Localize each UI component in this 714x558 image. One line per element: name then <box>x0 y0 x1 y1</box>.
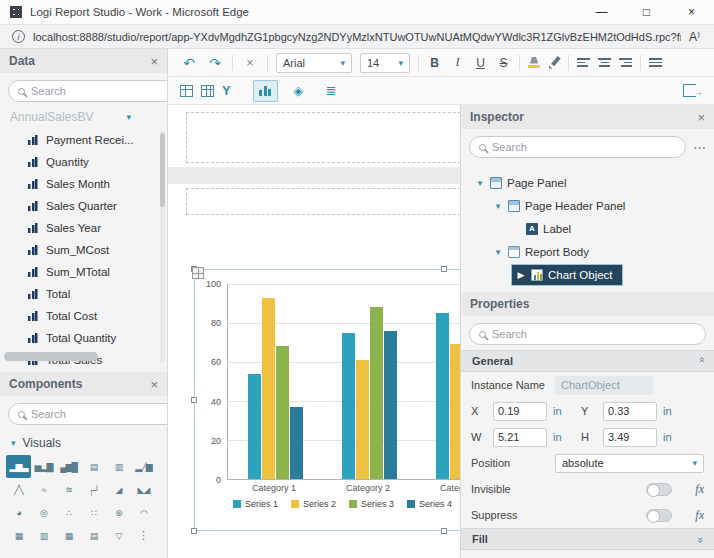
tree-node-page-header-panel[interactable]: ▾Page Header Panel <box>461 194 714 217</box>
chevron-down-icon[interactable]: ▾ <box>493 247 503 257</box>
label-band[interactable] <box>186 188 460 215</box>
visual-funnel-chart[interactable]: ▽ <box>106 524 131 547</box>
data-search-field[interactable] <box>8 80 167 102</box>
visual-stacked-area-chart[interactable]: ◣◢ <box>131 478 156 501</box>
data-field-item[interactable]: Sales Quarter <box>0 195 167 217</box>
w-input[interactable] <box>493 428 547 447</box>
maximize-button[interactable]: □ <box>624 0 669 24</box>
h-input[interactable] <box>603 428 657 447</box>
invisible-toggle[interactable] <box>646 483 672 496</box>
list-view-button[interactable]: ≣ <box>319 80 344 102</box>
properties-search-input[interactable] <box>492 328 696 340</box>
data-field-item[interactable]: Total Cost <box>0 305 167 327</box>
selection-handle-sw[interactable] <box>191 528 197 534</box>
tree-node-chart-object[interactable]: ▶Chart Object <box>461 263 714 286</box>
data-field-item[interactable]: Sum_MCost <box>0 239 167 261</box>
visual-area-chart[interactable]: ◢ <box>106 478 131 501</box>
underline-button[interactable]: U <box>473 56 488 70</box>
chart-object[interactable]: 020406080100 Category 1Category 2Categor… <box>194 269 460 531</box>
visuals-section-header[interactable]: ▾ Visuals <box>0 430 167 452</box>
align-center-icon[interactable] <box>598 58 611 67</box>
minimize-button[interactable]: — <box>579 0 624 24</box>
data-field-item[interactable]: Quantity <box>0 151 167 173</box>
font-family-select[interactable]: Arial ▾ <box>276 53 352 73</box>
visual-horizontal-bar-chart[interactable]: ▤ <box>81 455 106 478</box>
visual-gauge-chart[interactable]: ◠ <box>131 501 156 524</box>
visual-stacked-bar-chart[interactable]: ▥ <box>106 455 131 478</box>
visual-stacked-column-chart[interactable]: ▄▆█ <box>56 455 81 478</box>
bold-button[interactable]: B <box>427 56 442 70</box>
x-input[interactable] <box>493 402 547 421</box>
visual-radar-chart[interactable]: ⊛ <box>106 501 131 524</box>
inspector-more-icon[interactable]: ⋯ <box>693 140 706 155</box>
more-visuals-icon[interactable]: ⋮ <box>131 524 156 547</box>
data-search-input[interactable] <box>31 85 167 97</box>
components-search-input[interactable] <box>31 408 167 420</box>
data-vertical-scrollbar[interactable] <box>160 131 165 363</box>
inspector-search-field[interactable] <box>469 136 686 158</box>
selection-handle-w[interactable] <box>191 397 197 403</box>
visual-bubble-chart[interactable]: ∷ <box>81 501 106 524</box>
site-info-icon[interactable]: i <box>12 30 25 43</box>
close-icon[interactable]: × <box>697 110 705 125</box>
tree-node-page-panel[interactable]: ▾Page Panel <box>461 171 714 194</box>
collapse-icon[interactable]: » <box>695 359 707 363</box>
visual-column-chart[interactable]: ▂▆▃ <box>6 455 31 478</box>
url-text[interactable]: localhost:8888/studio/report/app-YXdvMgd… <box>33 31 681 43</box>
tree-node-report-body[interactable]: ▾Report Body <box>461 240 714 263</box>
data-field-item[interactable]: Sum_MTotal <box>0 261 167 283</box>
invisible-fx-button[interactable]: fx <box>688 482 704 497</box>
data-field-item[interactable]: Total Quantity <box>0 327 167 349</box>
close-button[interactable]: × <box>669 0 714 24</box>
close-icon[interactable]: × <box>150 54 158 69</box>
data-field-item[interactable]: Sales Year <box>0 217 167 239</box>
browser-address-bar[interactable]: i localhost:8888/studio/report/app-YXdvM… <box>0 25 714 49</box>
delete-button[interactable]: × <box>241 53 259 73</box>
chevron-right-icon[interactable]: ▶ <box>516 270 526 280</box>
fill-section-bar[interactable]: Fill » <box>461 528 714 550</box>
visual-crosstab-visual[interactable]: ▦ <box>56 524 81 547</box>
export-icon[interactable] <box>683 84 696 97</box>
scrollbar-thumb[interactable] <box>160 133 165 207</box>
page-header-band[interactable] <box>186 112 460 163</box>
italic-button[interactable]: I <box>450 55 465 70</box>
data-field-item[interactable]: Payment Recei... <box>0 129 167 151</box>
filter-icon[interactable]: Y <box>222 83 231 98</box>
visual-step-line-chart[interactable]: ┌┘ <box>81 478 106 501</box>
read-aloud-icon[interactable]: A⁾ <box>689 30 700 44</box>
visual-donut-chart[interactable]: ◎ <box>31 501 56 524</box>
chevron-down-icon[interactable]: ▾ <box>493 201 503 211</box>
visual-pie-chart[interactable]: ◕ <box>6 501 31 524</box>
inspector-search-input[interactable] <box>492 141 676 153</box>
visual-gantt-chart[interactable]: ▤ <box>81 524 106 547</box>
move-handle[interactable] <box>192 267 204 279</box>
align-left-icon[interactable] <box>577 58 590 67</box>
selection-handle-s[interactable] <box>441 528 447 534</box>
general-section-bar[interactable]: General » <box>461 350 714 372</box>
data-field-item[interactable]: Total <box>0 283 167 305</box>
visual-column-line-chart[interactable]: ▂╱▆ <box>131 455 156 478</box>
suppress-toggle[interactable] <box>646 509 672 522</box>
visual-stacked-line-chart[interactable]: ≋ <box>56 478 81 501</box>
chevron-down-icon[interactable]: ▾ <box>475 178 485 188</box>
visual-heatmap-chart[interactable]: ▦ <box>6 524 31 547</box>
properties-search-field[interactable] <box>469 323 706 345</box>
data-field-item[interactable]: Sales Month <box>0 173 167 195</box>
justify-icon[interactable] <box>649 58 662 67</box>
visual-grouped-column-chart[interactable]: ▅▂▇ <box>31 455 56 478</box>
visual-table-visual[interactable]: ▥ <box>31 524 56 547</box>
font-size-select[interactable]: 14 ▾ <box>360 53 410 73</box>
font-color-icon[interactable] <box>548 57 560 69</box>
y-input[interactable] <box>603 402 657 421</box>
close-icon[interactable]: × <box>150 377 158 392</box>
suppress-fx-button[interactable]: fx <box>688 508 704 523</box>
visual-spline-chart[interactable]: ≈ <box>31 478 56 501</box>
tree-node-label[interactable]: ALabel <box>461 217 714 240</box>
highlight-color-icon[interactable] <box>528 57 540 69</box>
cube-view-button[interactable]: ◈ <box>286 80 311 102</box>
selection-handle-n[interactable] <box>441 266 447 272</box>
insert-crosstab-icon[interactable] <box>201 85 214 97</box>
strikethrough-button[interactable]: S <box>496 56 511 70</box>
redo-button[interactable]: ↷ <box>206 53 224 73</box>
expand-icon[interactable]: » <box>695 537 707 541</box>
